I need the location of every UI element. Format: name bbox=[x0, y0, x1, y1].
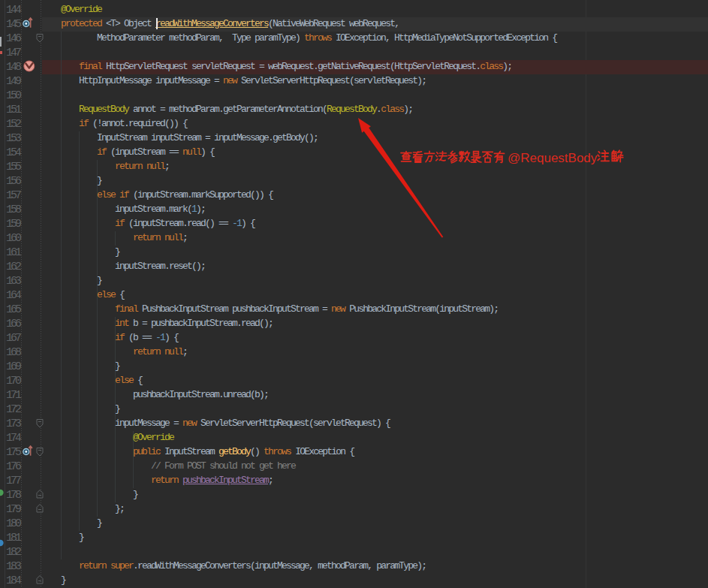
svg-text:@RequestBody: @RequestBody bbox=[508, 151, 598, 165]
